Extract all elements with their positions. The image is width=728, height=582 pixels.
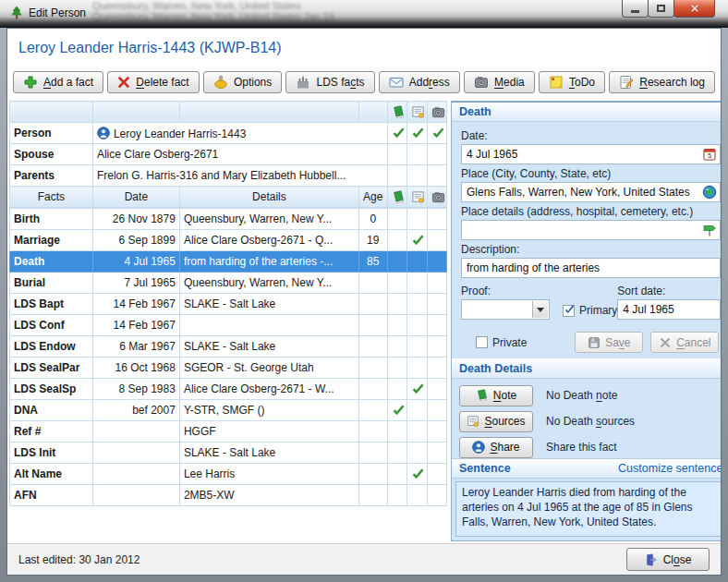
fact-row[interactable]: Birth26 Nov 1879Queensbury, Warren, New … (10, 209, 447, 230)
fact-details (179, 315, 358, 336)
page-title: Leroy Leander Harris-1443 (KJWP-B14) (7, 29, 721, 67)
fact-row[interactable]: AFN2MB5-XW (10, 485, 447, 506)
button-label: LDS facts (316, 76, 364, 89)
fact-date (92, 443, 179, 464)
sentence-header: Sentence Customize sentence (452, 458, 721, 479)
checkbox-box (476, 336, 488, 348)
fact-name: LDS Init (10, 443, 93, 464)
fact-date (92, 421, 179, 443)
fact-date (92, 464, 179, 485)
fact-details-section: Note No Death note Sources No Death sour… (452, 379, 721, 458)
fact-row[interactable]: LDS Endow6 Mar 1967SLAKE - Salt Lake (10, 336, 447, 358)
delete-fact-button[interactable]: Delete fact (107, 71, 199, 93)
sentence-title: Sentence (459, 462, 511, 475)
cancel-button[interactable]: Cancel (650, 332, 719, 353)
fact-date: 14 Feb 1967 (92, 294, 179, 315)
proof-dropdown[interactable] (461, 299, 550, 320)
fact-date: 14 Feb 1967 (92, 315, 179, 336)
description-input[interactable] (461, 258, 721, 278)
fact-date: 16 Oct 1968 (92, 358, 179, 379)
spouse-row[interactable]: Spouse Alice Clare Osberg-2671 (10, 144, 447, 165)
fact-name: Death (10, 251, 93, 273)
fact-row[interactable]: Marriage6 Sep 1899Alice Clare Osberg-267… (10, 230, 447, 251)
fact-name: DNA (10, 400, 93, 421)
door-icon (645, 553, 658, 566)
options-button[interactable]: Options (203, 71, 282, 93)
app-tree-icon (9, 6, 24, 20)
fact-details: Y-STR, SMGF () (179, 400, 358, 421)
background-ghost-text: Queensbury, Warren, New York, United Sta… (92, 0, 301, 11)
maximize-button[interactable] (648, 0, 674, 18)
fact-row[interactable]: Ref #HGGF (10, 421, 447, 443)
media-column-icon (431, 105, 445, 119)
private-checkbox[interactable]: Private (476, 336, 527, 349)
media-button[interactable]: Media (464, 71, 535, 93)
fact-row[interactable]: LDS SealPar16 Oct 1968SGEOR - St. George… (10, 358, 447, 379)
source-check-icon (411, 467, 425, 481)
lds-facts-button[interactable]: LDS facts (285, 71, 374, 93)
fact-date: bef 2007 (92, 400, 179, 421)
add-fact-button[interactable]: Add a fact (13, 71, 103, 93)
sentence-preview: Leroy Leander Harris died from harding o… (455, 481, 721, 537)
titlebar[interactable]: Queensbury, Warren, New York, United Sta… (0, 0, 728, 28)
place-input[interactable] (461, 182, 721, 202)
primary-checkbox[interactable]: Primary (563, 304, 617, 317)
date-input[interactable] (461, 144, 721, 164)
grid-top-header-row (10, 102, 447, 123)
fact-row[interactable]: LDS SealSp8 Sep 1983Alice Clare Osberg-2… (10, 379, 447, 400)
close-button[interactable]: Close (626, 548, 710, 571)
source-check-icon (411, 382, 425, 396)
fact-row[interactable]: LDS Bapt14 Feb 1967SLAKE - Salt Lake (10, 294, 447, 315)
signpost-icon[interactable] (702, 223, 717, 237)
green-book-icon (476, 389, 489, 402)
place-details-input[interactable] (461, 220, 721, 240)
address-button[interactable]: Address (379, 71, 460, 93)
private-label: Private (492, 336, 527, 349)
close-window-button[interactable] (673, 0, 715, 18)
fact-row[interactable]: Death4 Jul 1965from harding of the arter… (10, 251, 447, 273)
person-row[interactable]: Person Leroy Leander Harris-1443 (10, 123, 447, 144)
fact-details: Lee Harris (179, 464, 358, 485)
note-check-icon (392, 127, 406, 140)
minimize-button[interactable] (622, 0, 649, 18)
date-column-header: Date (92, 187, 179, 208)
button-label: Address (409, 76, 450, 89)
fact-row[interactable]: DNAbef 2007Y-STR, SMGF () (10, 400, 447, 421)
calendar-icon[interactable] (702, 147, 717, 162)
save-button[interactable]: Save (575, 332, 643, 353)
red-x-icon (117, 76, 130, 89)
edit-panel: Death Date: Place (City, County, State, … (451, 101, 721, 541)
fact-details: SGEOR - St. George Utah (179, 358, 358, 379)
fact-row[interactable]: Burial7 Jul 1965Queensbury, Warren, New … (10, 273, 447, 294)
button-label: ToDo (569, 76, 595, 89)
fact-row[interactable]: Alt NameLee Harris (10, 464, 447, 485)
fact-date: 8 Sep 1983 (92, 379, 179, 400)
share-button[interactable]: Share (459, 437, 533, 458)
fact-name: LDS SealPar (10, 358, 93, 379)
fact-name: Marriage (10, 230, 93, 251)
note-button[interactable]: Note (459, 385, 533, 406)
row-value: Alice Clare Osberg-2671 (92, 144, 387, 165)
parents-row[interactable]: Parents Frelon G. Harris-316 and Mary El… (10, 165, 447, 187)
fact-edit-form: Date: Place (City, County, State, etc) P… (452, 122, 721, 358)
edit-person-dialog: Leroy Leander Harris-1443 (KJWP-B14) Add… (6, 28, 722, 576)
fact-name: Birth (10, 209, 93, 230)
place-label: Place (City, County, State, etc) (461, 167, 721, 180)
age-column-header: Age (358, 187, 387, 208)
sort-date-input[interactable] (617, 299, 721, 320)
research-log-button[interactable]: Research log (609, 71, 715, 93)
fact-row[interactable]: LDS InitSLAKE - Salt Lake (10, 443, 447, 464)
dropdown-button[interactable] (532, 301, 548, 318)
globe-icon[interactable] (702, 185, 717, 200)
temple-icon (296, 75, 310, 90)
fact-name: Alt Name (10, 464, 93, 485)
fact-name: LDS Bapt (10, 294, 93, 315)
certificate-icon (467, 415, 479, 428)
camera-icon (474, 75, 489, 90)
customize-sentence-link[interactable]: Customize sentence (618, 462, 721, 475)
people-icon (472, 441, 485, 454)
sources-button[interactable]: Sources (459, 411, 533, 432)
fact-age (358, 400, 387, 421)
fact-row[interactable]: LDS Conf14 Feb 1967 (10, 315, 447, 336)
todo-button[interactable]: ToDo (539, 71, 605, 93)
